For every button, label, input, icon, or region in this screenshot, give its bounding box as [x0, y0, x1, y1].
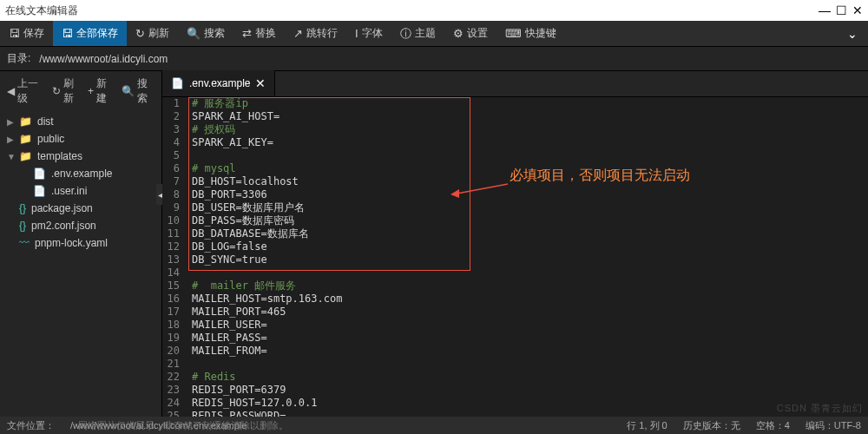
- file-item[interactable]: 📄.user.ini: [0, 182, 161, 200]
- folder-item[interactable]: ▶📁public: [0, 130, 161, 148]
- tree-label: pm2.conf.json: [31, 220, 96, 232]
- tree-label: public: [37, 133, 64, 145]
- goto-line-button[interactable]: ↗跳转行: [285, 21, 346, 46]
- code-text[interactable]: # 服务器ipSPARK_AI_HOST=# 授权码SPARK_AI_KEY=#…: [185, 97, 342, 417]
- tree-label: pnpm-lock.yaml: [35, 237, 108, 249]
- refresh-icon: ↻: [135, 27, 145, 40]
- watermark: CSDN 墨青云如幻: [777, 402, 863, 415]
- sidebar: ◀ 上一级 ↻ 刷新 + 新建 🔍 搜索 ▶📁dist▶📁public▼📁tem…: [0, 71, 162, 417]
- save-all-button[interactable]: 🖫全部保存: [53, 21, 127, 46]
- replace-button[interactable]: ⇄替换: [233, 21, 285, 46]
- search-button[interactable]: 🔍搜索: [178, 21, 233, 46]
- yaml-icon: 〰: [19, 237, 30, 249]
- toolbar-chevron-icon[interactable]: ⌄: [837, 27, 868, 41]
- file-loc-label: 文件位置：: [7, 419, 55, 432]
- keyboard-icon: ⌨: [505, 27, 522, 40]
- tree-label: dist: [37, 115, 54, 128]
- font-button[interactable]: I字体: [346, 21, 391, 46]
- history-version[interactable]: 历史版本：无: [683, 419, 740, 432]
- tab-bar: 📄 .env.example ✕: [162, 71, 868, 97]
- theme-icon: ⓘ: [400, 26, 411, 42]
- maximize-icon[interactable]: ☐: [836, 3, 847, 17]
- line-gutter: 1234567891011121314151617181920212223242…: [162, 97, 185, 417]
- tab-spaces[interactable]: 空格：4: [756, 419, 790, 432]
- minimize-icon[interactable]: —: [819, 3, 831, 17]
- window-title: 在线文本编辑器: [5, 3, 78, 18]
- new-file-button[interactable]: + 新建: [88, 76, 115, 106]
- tab-close-icon[interactable]: ✕: [255, 76, 266, 90]
- tab-label: .env.example: [189, 77, 250, 89]
- folder-icon: 📁: [19, 133, 32, 145]
- folder-item[interactable]: ▶📁dist: [0, 113, 161, 130]
- json-icon: {}: [19, 220, 26, 232]
- tree-label: templates: [37, 150, 82, 162]
- file-tree: ▶📁dist▶📁public▼📁templates📄.env.example📄.…: [0, 109, 161, 255]
- save-all-icon: 🖫: [62, 27, 73, 40]
- code-editor[interactable]: 1234567891011121314151617181920212223242…: [162, 97, 868, 417]
- search-dir-button[interactable]: 🔍 搜索: [122, 76, 155, 106]
- sidebar-tools: ◀ 上一级 ↻ 刷新 + 新建 🔍 搜索: [0, 73, 161, 109]
- watermark-footer: 网络图片仅供展示，非存储了刻缓後清除以删除。: [78, 419, 288, 432]
- file-item[interactable]: 〰pnpm-lock.yaml: [0, 234, 161, 252]
- dir-label: 目录:: [7, 51, 30, 66]
- dir-path: /www/wwwroot/ai.idcyli.com: [39, 53, 168, 65]
- folder-icon: 📁: [19, 115, 32, 128]
- json-icon: {}: [19, 202, 26, 214]
- path-bar: 目录: /www/wwwroot/ai.idcyli.com: [0, 47, 868, 71]
- save-button[interactable]: 🖫保存: [0, 21, 53, 46]
- search-icon: 🔍: [187, 27, 201, 40]
- file-item[interactable]: {}package.json: [0, 200, 161, 217]
- tab-env-example[interactable]: 📄 .env.example ✕: [162, 70, 275, 96]
- folder-icon: 📁: [19, 150, 32, 162]
- tree-label: package.json: [31, 202, 93, 214]
- annotation-text: 必填项目，否则项目无法启动: [510, 167, 690, 185]
- file-item[interactable]: {}pm2.conf.json: [0, 217, 161, 234]
- main-toolbar: 🖫保存 🖫全部保存 ↻刷新 🔍搜索 ⇄替换 ↗跳转行 I字体 ⓘ主题 ⚙设置 ⌨…: [0, 21, 868, 47]
- file-item[interactable]: 📄.env.example: [0, 165, 161, 182]
- goto-icon: ↗: [293, 27, 303, 40]
- save-icon: 🖫: [9, 27, 20, 40]
- file-icon: 📄: [171, 77, 184, 89]
- up-dir-button[interactable]: ◀ 上一级: [7, 76, 45, 106]
- cursor-position[interactable]: 行 1, 列 0: [627, 419, 667, 432]
- refresh-dir-button[interactable]: ↻ 刷新: [52, 76, 82, 106]
- window-controls: — ☐ ✕: [819, 3, 863, 17]
- font-icon: I: [355, 27, 358, 40]
- folder-item[interactable]: ▼📁templates: [0, 148, 161, 165]
- refresh-button[interactable]: ↻刷新: [127, 21, 178, 46]
- file-icon: 📄: [33, 168, 46, 180]
- window-titlebar: 在线文本编辑器 — ☐ ✕: [0, 0, 868, 21]
- close-icon[interactable]: ✕: [852, 3, 863, 17]
- settings-button[interactable]: ⚙设置: [444, 21, 496, 46]
- encoding[interactable]: 编码：UTF-8: [806, 419, 861, 432]
- theme-button[interactable]: ⓘ主题: [391, 21, 444, 46]
- gear-icon: ⚙: [453, 27, 464, 40]
- editor-area: 📄 .env.example ✕ 12345678910111213141516…: [162, 71, 868, 417]
- replace-icon: ⇄: [242, 27, 252, 40]
- tree-label: .env.example: [51, 168, 112, 180]
- tree-label: .user.ini: [51, 185, 87, 197]
- shortcuts-button[interactable]: ⌨快捷键: [496, 21, 565, 46]
- file-icon: 📄: [33, 185, 46, 197]
